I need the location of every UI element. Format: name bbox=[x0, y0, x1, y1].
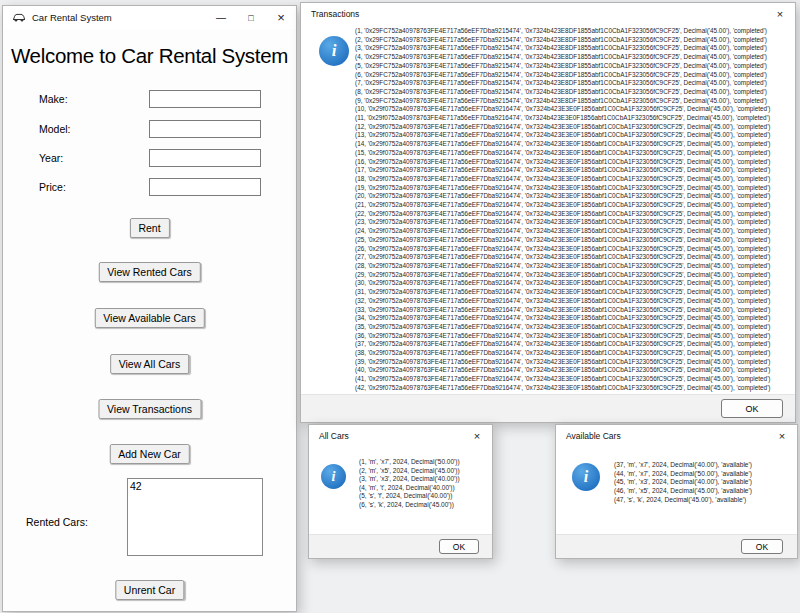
model-label: Model: bbox=[39, 123, 71, 135]
add-new-car-button[interactable]: Add New Car bbox=[109, 444, 189, 464]
year-input[interactable] bbox=[149, 149, 261, 167]
transaction-line: (14, '0x29f0752a40978763FE4E717a56eEF7Db… bbox=[355, 140, 771, 149]
transaction-line: (40, '0x29f0752a40978763FE4E717a56eEF7Db… bbox=[355, 366, 771, 375]
maximize-icon[interactable]: □ bbox=[236, 6, 266, 29]
car-line: (3, 'm', 'x3', 2024, Decimal('40.00')) bbox=[359, 475, 460, 484]
info-icon: i bbox=[572, 463, 600, 491]
view-all-cars-button[interactable]: View All Cars bbox=[110, 354, 190, 374]
car-line: (45, 'm', 'x3', 2024, Decimal('40.00'), … bbox=[614, 478, 752, 487]
ok-button[interactable]: OK bbox=[721, 399, 783, 418]
car-line: (6, 's', 'k', 2024, Decimal('45.00')) bbox=[359, 501, 460, 510]
transaction-line: (16, '0x29f0752a40978763FE4E717a56eEF7Db… bbox=[355, 158, 771, 167]
transaction-line: (5, '0x29FC752a40978763FE4E717a56eEF7Dba… bbox=[355, 62, 771, 71]
available-cars-title: Available Cars bbox=[566, 431, 767, 441]
car-line: (4, 'm', 't', 2024, Decimal('40.00')) bbox=[359, 484, 460, 493]
all-cars-body: i (1, 'm', 'x7', 2024, Decimal('50.00'))… bbox=[309, 446, 492, 558]
desktop: Car Rental System — □ × Welcome to Car R… bbox=[0, 0, 800, 613]
main-window-titlebar[interactable]: Car Rental System — □ × bbox=[3, 6, 296, 29]
transaction-line: (28, '0x29f0752a40978763FE4E717a56eEF7Db… bbox=[355, 262, 771, 271]
transactions-titlebar[interactable]: Transactions × bbox=[301, 3, 795, 24]
all-cars-list: (1, 'm', 'x7', 2024, Decimal('50.00'))(2… bbox=[359, 458, 460, 509]
car-line: (44, 'm', 'x7', 2024, Decimal('50.00'), … bbox=[614, 470, 752, 479]
transaction-line: (29, '0x29f0752a40978763FE4E717a56eEF7Db… bbox=[355, 271, 771, 280]
all-cars-title: All Cars bbox=[319, 431, 462, 441]
model-input[interactable] bbox=[149, 120, 261, 138]
transaction-line: (23, '0x29f0752a40978763FE4E717a56eEF7Db… bbox=[355, 218, 771, 227]
all-cars-titlebar[interactable]: All Cars × bbox=[309, 425, 492, 446]
transaction-line: (33, '0x29f0752a40978763FE4E717a56eEF7Db… bbox=[355, 306, 771, 315]
close-icon[interactable]: × bbox=[462, 425, 492, 446]
transaction-line: (27, '0x29f0752a40978763FE4E717a56eEF7Db… bbox=[355, 253, 771, 262]
car-line: (1, 'm', 'x7', 2024, Decimal('50.00')) bbox=[359, 458, 460, 467]
transaction-line: (17, '0x29f0752a40978763FE4E717a56eEF7Db… bbox=[355, 166, 771, 175]
make-label: Make: bbox=[39, 93, 68, 105]
transaction-line: (8, '0x29FC752a40978763FE4E717a56eEF7Dba… bbox=[355, 88, 771, 97]
transactions-title: Transactions bbox=[311, 9, 765, 19]
close-icon[interactable]: × bbox=[266, 6, 296, 29]
rented-cars-listbox[interactable]: 42 bbox=[127, 478, 263, 556]
price-label: Price: bbox=[39, 181, 66, 193]
transaction-line: (1, '0x29FC752a40978763FE4E717a56eEF7Dba… bbox=[355, 27, 771, 36]
view-transactions-button[interactable]: View Transactions bbox=[98, 399, 201, 419]
ok-button[interactable]: OK bbox=[741, 539, 783, 554]
rented-cars-label: Rented Cars: bbox=[26, 516, 88, 528]
transaction-line: (4, '0x29FC752a40978763FE4E717a56eEF7Dba… bbox=[355, 53, 771, 62]
main-window-body: Welcome to Car Rental System Make: Model… bbox=[3, 29, 296, 611]
transaction-line: (3, '0x29FC752a40978763FE4E717a56eEF7Dba… bbox=[355, 44, 771, 53]
main-window: Car Rental System — □ × Welcome to Car R… bbox=[2, 5, 297, 612]
transaction-line: (31, '0x29f0752a40978763FE4E717a56eEF7Db… bbox=[355, 288, 771, 297]
info-icon: i bbox=[319, 36, 349, 66]
make-input[interactable] bbox=[149, 90, 261, 108]
info-icon: i bbox=[321, 464, 346, 489]
transaction-line: (22, '0x29f0752a40978763FE4E717a56eEF7Db… bbox=[355, 210, 771, 219]
transaction-line: (21, '0x29f0752a40978763FE4E717a56eEF7Db… bbox=[355, 201, 771, 210]
view-rented-cars-button[interactable]: View Rented Cars bbox=[98, 262, 200, 282]
available-cars-footer: OK bbox=[556, 534, 797, 558]
transaction-line: (26, '0x29f0752a40978763FE4E717a56eEF7Db… bbox=[355, 245, 771, 254]
transaction-line: (30, '0x29f0752a40978763FE4E717a56eEF7Db… bbox=[355, 279, 771, 288]
close-icon[interactable]: × bbox=[765, 3, 795, 24]
transaction-line: (35, '0x29f0752a40978763FE4E717a56eEF7Db… bbox=[355, 323, 771, 332]
transaction-line: (13, '0x29f0752a40978763FE4E717a56eEF7Db… bbox=[355, 131, 771, 140]
transactions-footer: OK bbox=[301, 394, 795, 422]
car-line: (5, 's', 'f', 2024, Decimal('40.00')) bbox=[359, 492, 460, 501]
ok-button[interactable]: OK bbox=[439, 539, 479, 554]
transaction-line: (7, '0x29FC752a40978763FE4E717a56eEF7Dba… bbox=[355, 79, 771, 88]
view-available-cars-button[interactable]: View Available Cars bbox=[94, 308, 204, 328]
page-title: Welcome to Car Rental System bbox=[3, 44, 296, 68]
minimize-icon[interactable]: — bbox=[206, 6, 236, 29]
price-input[interactable] bbox=[149, 178, 261, 196]
transaction-line: (37, '0x29f0752a40978763FE4E717a56eEF7Db… bbox=[355, 340, 771, 349]
rent-button[interactable]: Rent bbox=[129, 218, 169, 238]
available-cars-body: i (37, 'm', 'x7', 2024, Decimal('40.00')… bbox=[556, 446, 797, 558]
transaction-line: (24, '0x29f0752a40978763FE4E717a56eEF7Db… bbox=[355, 227, 771, 236]
car-line: (37, 'm', 'x7', 2024, Decimal('40.00'), … bbox=[614, 461, 752, 470]
close-icon[interactable]: × bbox=[767, 425, 797, 446]
main-window-title: Car Rental System bbox=[32, 12, 206, 23]
unrent-car-button[interactable]: Unrent Car bbox=[115, 580, 184, 600]
transactions-dialog: Transactions × i (1, '0x29FC752a40978763… bbox=[300, 2, 796, 423]
transaction-line: (9, '0x29FC752a40978763FE4E717a56eEF7Dba… bbox=[355, 97, 771, 106]
available-cars-list: (37, 'm', 'x7', 2024, Decimal('40.00'), … bbox=[614, 461, 752, 505]
car-line: (46, 'm', 'x5', 2024, Decimal('45.00'), … bbox=[614, 487, 752, 496]
car-icon bbox=[12, 9, 26, 27]
transaction-line: (32, '0x29f0752a40978763FE4E717a56eEF7Db… bbox=[355, 297, 771, 306]
rented-car-item[interactable]: 42 bbox=[130, 480, 260, 493]
year-label: Year: bbox=[39, 152, 63, 164]
transaction-line: (39, '0x29f0752a40978763FE4E717a56eEF7Db… bbox=[355, 358, 771, 367]
car-line: (47, 's', 'k', 2024, Decimal('45.00'), '… bbox=[614, 496, 752, 505]
available-cars-dialog: Available Cars × i (37, 'm', 'x7', 2024,… bbox=[555, 424, 798, 559]
all-cars-dialog: All Cars × i (1, 'm', 'x7', 2024, Decima… bbox=[308, 424, 493, 559]
transactions-list: (1, '0x29FC752a40978763FE4E717a56eEF7Dba… bbox=[355, 27, 771, 393]
transaction-line: (38, '0x29f0752a40978763FE4E717a56eEF7Db… bbox=[355, 349, 771, 358]
transaction-line: (6, '0x29FC752a40978763FE4E717a56eEF7Dba… bbox=[355, 71, 771, 80]
transaction-line: (2, '0x29FC752a40978763FE4E717a56eEF7Dba… bbox=[355, 36, 771, 45]
window-controls: — □ × bbox=[206, 6, 296, 29]
transaction-line: (19, '0x29f0752a40978763FE4E717a56eEF7Db… bbox=[355, 184, 771, 193]
transaction-line: (11, '0x29f0752a40978763FE4E717a56eEF7Db… bbox=[355, 114, 771, 123]
transaction-line: (20, '0x29f0752a40978763FE4E717a56eEF7Db… bbox=[355, 192, 771, 201]
transaction-line: (41, '0x29f0752a40978763FE4E717a56eEF7Db… bbox=[355, 375, 771, 384]
transaction-line: (25, '0x29f0752a40978763FE4E717a56eEF7Db… bbox=[355, 236, 771, 245]
available-cars-titlebar[interactable]: Available Cars × bbox=[556, 425, 797, 446]
transaction-line: (12, '0x29f0752a40978763FE4E717a56eEF7Db… bbox=[355, 123, 771, 132]
